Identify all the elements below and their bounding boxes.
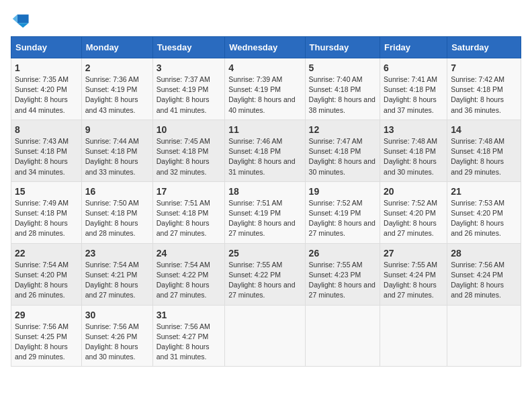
calendar-cell: 29Sunrise: 7:56 AMSunset: 4:25 PMDayligh… (11, 305, 82, 367)
day-number: 17 (157, 186, 222, 197)
day-number: 4 (228, 62, 301, 73)
calendar-cell: 22Sunrise: 7:54 AMSunset: 4:20 PMDayligh… (11, 243, 82, 305)
day-info: Sunrise: 7:54 AMSunset: 4:20 PMDaylight:… (15, 261, 69, 300)
day-number: 16 (85, 186, 149, 197)
calendar-cell: 16Sunrise: 7:50 AMSunset: 4:18 PMDayligh… (81, 181, 152, 243)
day-info: Sunrise: 7:37 AMSunset: 4:19 PMDaylight:… (157, 75, 210, 114)
day-info: Sunrise: 7:52 AMSunset: 4:19 PMDaylight:… (309, 199, 375, 238)
day-info: Sunrise: 7:48 AMSunset: 4:18 PMDaylight:… (451, 137, 504, 176)
day-number: 26 (309, 248, 376, 259)
day-number: 6 (384, 62, 443, 73)
calendar-cell: 5Sunrise: 7:40 AMSunset: 4:18 PMDaylight… (305, 58, 380, 120)
day-header-sunday: Sunday (11, 37, 82, 58)
day-header-wednesday: Wednesday (225, 37, 305, 58)
calendar-header-row: SundayMondayTuesdayWednesdayThursdayFrid… (11, 37, 521, 58)
calendar-cell: 15Sunrise: 7:49 AMSunset: 4:18 PMDayligh… (11, 181, 82, 243)
day-info: Sunrise: 7:51 AMSunset: 4:18 PMDaylight:… (157, 199, 210, 238)
day-info: Sunrise: 7:49 AMSunset: 4:18 PMDaylight:… (15, 199, 69, 238)
calendar-cell: 13Sunrise: 7:48 AMSunset: 4:18 PMDayligh… (380, 120, 447, 181)
day-number: 21 (451, 186, 517, 197)
day-info: Sunrise: 7:54 AMSunset: 4:21 PMDaylight:… (85, 261, 139, 300)
day-number: 30 (85, 310, 149, 320)
day-info: Sunrise: 7:47 AMSunset: 4:18 PMDaylight:… (309, 137, 375, 176)
logo-icon (11, 11, 30, 30)
day-info: Sunrise: 7:56 AMSunset: 4:25 PMDaylight:… (15, 322, 69, 361)
day-number: 18 (228, 186, 301, 197)
day-info: Sunrise: 7:56 AMSunset: 4:26 PMDaylight:… (85, 322, 139, 361)
day-number: 3 (157, 62, 222, 73)
calendar-cell: 21Sunrise: 7:53 AMSunset: 4:20 PMDayligh… (447, 181, 521, 243)
calendar-cell (447, 305, 521, 367)
day-number: 28 (451, 248, 517, 259)
calendar-cell: 6Sunrise: 7:41 AMSunset: 4:18 PMDaylight… (380, 58, 447, 120)
calendar-cell: 27Sunrise: 7:55 AMSunset: 4:24 PMDayligh… (380, 243, 447, 305)
calendar-week-row: 8Sunrise: 7:43 AMSunset: 4:18 PMDaylight… (11, 120, 521, 181)
calendar-cell: 17Sunrise: 7:51 AMSunset: 4:18 PMDayligh… (152, 181, 225, 243)
day-info: Sunrise: 7:48 AMSunset: 4:18 PMDaylight:… (384, 137, 437, 176)
day-info: Sunrise: 7:44 AMSunset: 4:18 PMDaylight:… (85, 137, 139, 176)
day-number: 10 (157, 124, 222, 135)
calendar-cell: 1Sunrise: 7:35 AMSunset: 4:20 PMDaylight… (11, 58, 82, 120)
day-info: Sunrise: 7:56 AMSunset: 4:24 PMDaylight:… (451, 261, 504, 300)
day-info: Sunrise: 7:46 AMSunset: 4:18 PMDaylight:… (228, 137, 295, 176)
calendar-cell: 14Sunrise: 7:48 AMSunset: 4:18 PMDayligh… (447, 120, 521, 181)
day-header-friday: Friday (380, 37, 447, 58)
day-info: Sunrise: 7:55 AMSunset: 4:23 PMDaylight:… (309, 261, 375, 300)
svg-marker-0 (17, 15, 29, 24)
calendar-cell: 28Sunrise: 7:56 AMSunset: 4:24 PMDayligh… (447, 243, 521, 305)
calendar-week-row: 15Sunrise: 7:49 AMSunset: 4:18 PMDayligh… (11, 181, 521, 243)
day-info: Sunrise: 7:51 AMSunset: 4:19 PMDaylight:… (228, 199, 295, 238)
page-header (11, 11, 521, 30)
calendar-cell (305, 305, 380, 367)
day-number: 14 (451, 124, 517, 135)
calendar-table: SundayMondayTuesdayWednesdayThursdayFrid… (11, 36, 521, 367)
calendar-cell: 31Sunrise: 7:56 AMSunset: 4:27 PMDayligh… (152, 305, 225, 367)
day-number: 1 (15, 62, 78, 73)
day-number: 22 (15, 248, 78, 259)
calendar-cell: 8Sunrise: 7:43 AMSunset: 4:18 PMDaylight… (11, 120, 82, 181)
day-number: 29 (15, 310, 78, 320)
day-info: Sunrise: 7:42 AMSunset: 4:18 PMDaylight:… (451, 75, 504, 114)
day-number: 23 (85, 248, 149, 259)
calendar-cell: 9Sunrise: 7:44 AMSunset: 4:18 PMDaylight… (81, 120, 152, 181)
day-number: 20 (384, 186, 443, 197)
day-number: 5 (309, 62, 376, 73)
day-info: Sunrise: 7:36 AMSunset: 4:19 PMDaylight:… (85, 75, 139, 114)
day-number: 25 (228, 248, 301, 259)
calendar-cell: 19Sunrise: 7:52 AMSunset: 4:19 PMDayligh… (305, 181, 380, 243)
day-number: 15 (15, 186, 78, 197)
day-number: 31 (157, 310, 222, 320)
calendar-cell: 7Sunrise: 7:42 AMSunset: 4:18 PMDaylight… (447, 58, 521, 120)
calendar-cell: 30Sunrise: 7:56 AMSunset: 4:26 PMDayligh… (81, 305, 152, 367)
calendar-cell: 25Sunrise: 7:55 AMSunset: 4:22 PMDayligh… (225, 243, 305, 305)
calendar-cell: 12Sunrise: 7:47 AMSunset: 4:18 PMDayligh… (305, 120, 380, 181)
day-number: 19 (309, 186, 376, 197)
calendar-cell: 10Sunrise: 7:45 AMSunset: 4:18 PMDayligh… (152, 120, 225, 181)
day-info: Sunrise: 7:56 AMSunset: 4:27 PMDaylight:… (157, 322, 210, 361)
logo (11, 11, 32, 30)
day-info: Sunrise: 7:55 AMSunset: 4:22 PMDaylight:… (228, 261, 295, 300)
day-info: Sunrise: 7:55 AMSunset: 4:24 PMDaylight:… (384, 261, 437, 300)
day-info: Sunrise: 7:43 AMSunset: 4:18 PMDaylight:… (15, 137, 69, 176)
day-info: Sunrise: 7:41 AMSunset: 4:18 PMDaylight:… (384, 75, 437, 114)
day-info: Sunrise: 7:52 AMSunset: 4:20 PMDaylight:… (384, 199, 437, 238)
day-number: 11 (228, 124, 301, 135)
day-header-thursday: Thursday (305, 37, 380, 58)
day-info: Sunrise: 7:50 AMSunset: 4:18 PMDaylight:… (85, 199, 139, 238)
day-header-tuesday: Tuesday (152, 37, 225, 58)
day-info: Sunrise: 7:53 AMSunset: 4:20 PMDaylight:… (451, 199, 504, 238)
calendar-cell: 2Sunrise: 7:36 AMSunset: 4:19 PMDaylight… (81, 58, 152, 120)
svg-marker-1 (17, 23, 29, 28)
day-number: 9 (85, 124, 149, 135)
day-header-saturday: Saturday (447, 37, 521, 58)
day-number: 27 (384, 248, 443, 259)
calendar-cell: 4Sunrise: 7:39 AMSunset: 4:19 PMDaylight… (225, 58, 305, 120)
day-number: 8 (15, 124, 78, 135)
calendar-week-row: 1Sunrise: 7:35 AMSunset: 4:20 PMDaylight… (11, 58, 521, 120)
day-info: Sunrise: 7:40 AMSunset: 4:18 PMDaylight:… (309, 75, 375, 114)
day-info: Sunrise: 7:35 AMSunset: 4:20 PMDaylight:… (15, 75, 69, 114)
calendar-cell (225, 305, 305, 367)
day-info: Sunrise: 7:39 AMSunset: 4:19 PMDaylight:… (228, 75, 295, 114)
day-number: 7 (451, 62, 517, 73)
day-info: Sunrise: 7:45 AMSunset: 4:18 PMDaylight:… (157, 137, 210, 176)
